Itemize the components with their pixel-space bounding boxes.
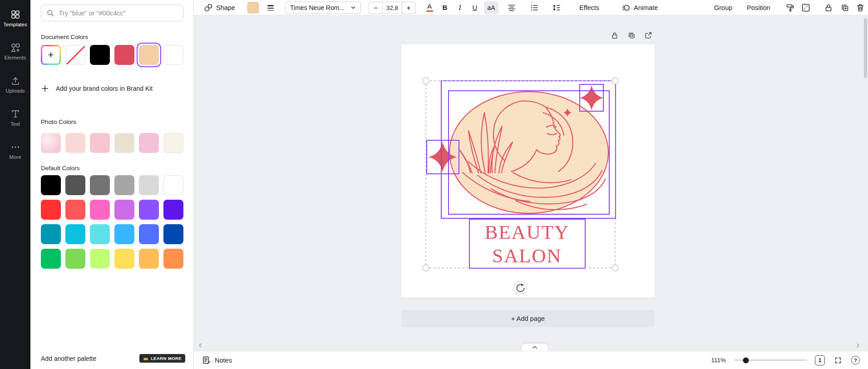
move-selection-button[interactable] — [644, 31, 653, 40]
sidebar-item-elements[interactable]: Elements — [0, 35, 30, 68]
line-spacing-button[interactable] — [550, 1, 563, 14]
color-swatch[interactable] — [41, 175, 61, 195]
font-size-decrease-button[interactable]: − — [369, 2, 382, 13]
add-color-button[interactable]: + — [41, 45, 61, 65]
logo-artwork[interactable]: BEAUTY SALON — [429, 85, 608, 266]
color-swatch[interactable] — [90, 133, 110, 153]
search-input[interactable] — [58, 9, 178, 17]
color-swatch[interactable] — [163, 175, 183, 195]
color-swatch[interactable] — [139, 133, 159, 153]
color-swatch[interactable] — [90, 45, 110, 65]
color-swatch[interactable] — [65, 224, 85, 244]
underline-button[interactable]: U — [469, 1, 481, 14]
color-swatch[interactable] — [163, 133, 183, 153]
color-swatch[interactable] — [41, 133, 61, 153]
search-box[interactable] — [41, 5, 183, 21]
zoom-level[interactable]: 111% — [709, 357, 726, 364]
beauty-salon-logo[interactable]: BEAUTY SALON — [401, 44, 655, 298]
expand-drawer-handle[interactable] — [522, 344, 548, 351]
color-swatch[interactable] — [41, 200, 61, 220]
text-color-button[interactable]: A — [423, 1, 436, 14]
color-swatch[interactable] — [90, 200, 110, 220]
color-swatch[interactable] — [139, 175, 159, 195]
color-swatch[interactable] — [41, 249, 61, 269]
text-align-button[interactable] — [505, 1, 518, 14]
effects-button[interactable]: Effects — [577, 1, 602, 14]
font-size-value[interactable]: 32,8 — [382, 2, 402, 13]
sidebar-item-more[interactable]: More — [0, 134, 30, 167]
sparkle-star-small[interactable] — [580, 85, 603, 110]
logo-text-line1[interactable]: BEAUTY — [485, 221, 569, 243]
color-swatch[interactable] — [114, 45, 134, 65]
scroll-left-button[interactable] — [197, 342, 204, 349]
lock-selection-button[interactable] — [610, 31, 619, 40]
group-button[interactable]: Group — [711, 1, 735, 14]
fullscreen-button[interactable] — [833, 355, 843, 365]
zoom-slider-knob[interactable] — [743, 357, 749, 363]
color-swatch[interactable] — [65, 249, 85, 269]
sidebar-item-uploads[interactable]: Uploads — [0, 68, 30, 101]
add-brand-colors-button[interactable]: Add your brand colors in Brand Kit — [41, 84, 153, 93]
no-color-swatch[interactable] — [65, 45, 85, 65]
color-swatch[interactable] — [41, 224, 61, 244]
bullet-list-button[interactable] — [528, 1, 541, 14]
canvas-area[interactable]: BEAUTY SALON — [194, 15, 868, 351]
font-size-increase-button[interactable]: + — [402, 2, 415, 13]
color-swatch[interactable] — [163, 249, 183, 269]
color-swatch[interactable] — [65, 133, 85, 153]
selection-handle-top-right[interactable] — [612, 78, 618, 84]
border-style-button[interactable] — [265, 1, 276, 14]
position-button[interactable]: Position — [744, 1, 773, 14]
help-button[interactable]: ? — [851, 356, 860, 364]
color-swatch[interactable] — [114, 175, 134, 195]
scroll-right-button[interactable] — [854, 342, 862, 349]
animate-button[interactable]: Animate — [619, 1, 661, 14]
color-swatch[interactable] — [163, 224, 183, 244]
color-swatch[interactable] — [65, 200, 85, 220]
sidebar-item-text[interactable]: Text — [0, 101, 30, 134]
learn-more-button[interactable]: LEARN MORE — [139, 354, 185, 363]
color-swatch[interactable] — [90, 249, 110, 269]
color-swatch[interactable] — [114, 133, 134, 153]
color-swatch[interactable] — [114, 224, 134, 244]
add-page-button[interactable]: + Add page — [401, 310, 655, 327]
delete-button[interactable] — [854, 1, 867, 14]
color-swatch[interactable] — [139, 200, 159, 220]
color-panel: Document Colors + Add your brand colors … — [30, 0, 194, 369]
selection-handle-bottom-left[interactable] — [423, 265, 429, 271]
italic-button[interactable]: I — [454, 1, 466, 14]
zoom-slider[interactable] — [734, 359, 807, 361]
color-swatch[interactable] — [114, 249, 134, 269]
color-swatch[interactable] — [90, 224, 110, 244]
text-case-button[interactable]: aA — [484, 1, 498, 14]
color-swatch[interactable] — [90, 175, 110, 195]
selected-color-swatch[interactable] — [139, 45, 159, 65]
add-another-palette-link[interactable]: Add another palette — [41, 355, 96, 362]
vertical-scrollbar[interactable] — [864, 18, 867, 78]
notes-button[interactable]: Notes — [202, 356, 232, 364]
color-swatch[interactable] — [163, 45, 183, 65]
color-swatch[interactable] — [114, 200, 134, 220]
selection-handle-top-left[interactable] — [423, 78, 429, 84]
selection-handle-bottom-right[interactable] — [612, 265, 618, 271]
design-page[interactable]: BEAUTY SALON — [401, 44, 655, 298]
sidebar-item-templates[interactable]: Templates — [0, 2, 30, 35]
sidebar-item-label: Elements — [5, 55, 26, 60]
transparency-button[interactable] — [799, 1, 812, 14]
duplicate-button[interactable] — [838, 1, 851, 14]
fill-color-button[interactable] — [247, 2, 259, 13]
duplicate-selection-button[interactable] — [627, 31, 636, 40]
bold-button[interactable]: B — [439, 1, 451, 14]
color-swatch[interactable] — [139, 224, 159, 244]
font-family-select[interactable]: Times Neue Rom... — [286, 1, 361, 14]
color-swatch[interactable] — [139, 249, 159, 269]
lock-button[interactable] — [822, 1, 835, 14]
page-indicator[interactable]: 1 — [815, 355, 825, 365]
rotate-handle[interactable] — [514, 281, 527, 294]
color-swatch[interactable] — [65, 175, 85, 195]
color-swatch[interactable] — [163, 200, 183, 220]
copy-style-button[interactable] — [784, 1, 797, 14]
logo-text-line2[interactable]: SALON — [492, 245, 562, 266]
default-colors-row — [41, 249, 183, 269]
shape-button[interactable]: Shape — [201, 1, 238, 14]
